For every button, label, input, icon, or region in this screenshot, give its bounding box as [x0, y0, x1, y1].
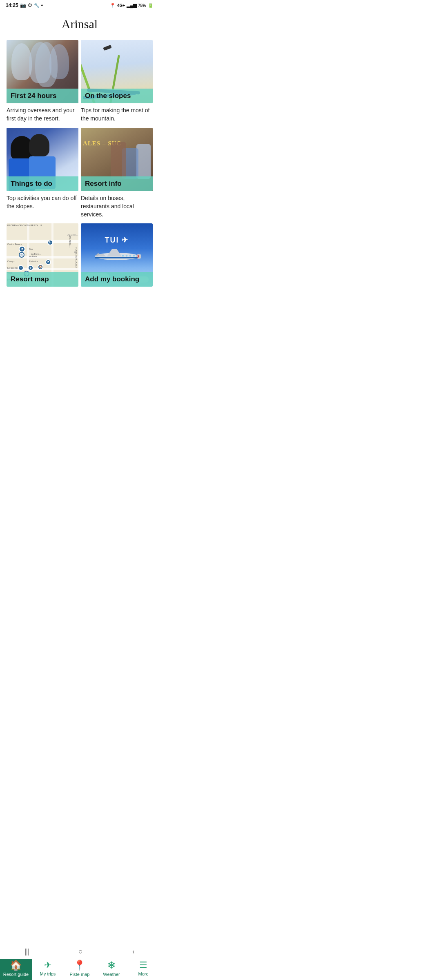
battery-label: 75% — [138, 3, 146, 8]
card-things-to-do[interactable]: Things to do Top activities you can do o… — [7, 128, 78, 219]
card-things-label: Things to do — [11, 180, 52, 187]
card-first-24-desc: Arriving overseas and your first day in … — [7, 106, 78, 123]
battery-icon: 🔋 — [148, 3, 154, 8]
card-resort-map[interactable]: PROMENADE CLOTAIRE COLLU... Au Gren... C… — [7, 223, 78, 287]
card-resort-map-label: Resort map — [11, 275, 49, 283]
signal-label: 4G+ — [117, 3, 125, 8]
card-resort-info-label: Resort info — [85, 180, 122, 187]
status-right: 📍 4G+ ▂▄▆ 75% 🔋 — [110, 3, 154, 8]
card-resort-info[interactable]: ALES – SUC Resort info Details on buses,… — [81, 128, 153, 219]
card-things-desc: Top activities you can do off the slopes… — [7, 194, 78, 211]
card-resort-info-overlay: Resort info — [81, 176, 153, 191]
svg-rect-9 — [95, 257, 138, 258]
card-grid: First 24 hours Arriving overseas and you… — [0, 40, 159, 223]
signal-bars: ▂▄▆ — [127, 3, 136, 8]
airplane-svg — [92, 245, 141, 265]
card-first-24-overlay: First 24 hours — [7, 89, 78, 103]
location-icon: 📍 — [110, 3, 116, 8]
tui-logo: TUI ✈ — [105, 236, 129, 245]
card-slopes-overlay: On the slopes — [81, 89, 153, 103]
card-booking-overlay: Add my booking — [81, 272, 153, 287]
card-resort-map-overlay: Resort map — [7, 272, 78, 287]
status-left: 14:25 📷 ⏱ 🔧 • — [6, 2, 43, 8]
card-booking-label: Add my booking — [85, 275, 139, 283]
page-title: Arinsal — [0, 10, 159, 40]
camera-icon: 📷 — [20, 2, 26, 8]
svg-point-5 — [126, 255, 128, 257]
card-on-the-slopes[interactable]: On the slopes Tips for making the most o… — [81, 40, 153, 123]
card-slopes-label: On the slopes — [85, 92, 131, 100]
svg-point-8 — [122, 255, 124, 257]
card-things-overlay: Things to do — [7, 176, 78, 191]
svg-point-7 — [133, 255, 135, 257]
status-bar: 14:25 📷 ⏱ 🔧 • 📍 4G+ ▂▄▆ 75% 🔋 — [0, 0, 159, 10]
svg-marker-3 — [107, 249, 122, 256]
card-add-booking[interactable]: TUI ✈ — [81, 223, 153, 287]
card-first-24[interactable]: First 24 hours Arriving overseas and you… — [7, 40, 78, 123]
card-resort-info-desc: Details on buses, restaurants and local … — [81, 194, 153, 219]
card-first-24-label: First 24 hours — [11, 92, 56, 100]
clock-icon: ⏱ — [28, 3, 32, 8]
time: 14:25 — [6, 2, 18, 8]
wrench-icon: 🔧 — [34, 3, 40, 8]
card-slopes-desc: Tips for making the most of the mountain… — [81, 106, 153, 123]
svg-point-6 — [129, 255, 131, 257]
bottom-card-grid: PROMENADE CLOTAIRE COLLU... Au Gren... C… — [0, 223, 159, 292]
dot-indicator: • — [41, 2, 43, 8]
